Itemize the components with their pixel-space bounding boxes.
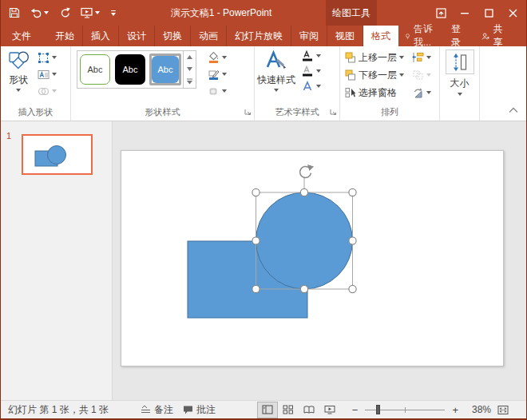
tab-animations[interactable]: 动画	[191, 26, 227, 46]
merge-shapes-button[interactable]	[36, 85, 58, 97]
comments-icon	[183, 405, 193, 414]
text-effects-button[interactable]	[299, 80, 323, 93]
tab-design[interactable]: 设计	[119, 26, 155, 46]
shapes-icon	[8, 50, 30, 72]
shape-style-selected-frame: Abc	[149, 53, 181, 85]
slideshow-dropdown-caret[interactable]	[95, 11, 100, 14]
rotate-caret[interactable]	[426, 91, 431, 94]
slideshow-view-button[interactable]	[319, 402, 340, 418]
gallery-scroll-down-button[interactable]	[184, 63, 196, 75]
size-button[interactable]	[446, 50, 474, 74]
text-outline-button[interactable]	[299, 65, 323, 77]
shape-effects-button[interactable]	[206, 85, 228, 97]
view-switcher	[257, 402, 340, 418]
tab-slide-show[interactable]: 幻灯片放映	[227, 26, 291, 46]
shape-outline-button[interactable]	[206, 68, 228, 81]
group-objects-button	[410, 69, 433, 81]
shape-style-tile-3-selected[interactable]: Abc	[152, 56, 179, 83]
slide-editing-area[interactable]	[113, 121, 526, 400]
group-wordart-styles: 快速样式 艺术字样式	[255, 46, 340, 121]
save-button[interactable]	[7, 3, 22, 22]
notes-label: 备注	[154, 403, 173, 417]
slide-counter: 幻灯片 第 1 张，共 1 张	[1, 403, 109, 417]
slide-canvas[interactable]	[121, 150, 504, 367]
redo-button[interactable]	[57, 3, 72, 22]
tab-file[interactable]: 文件	[1, 26, 42, 46]
scroll-down-icon	[187, 67, 192, 71]
text-fill-button[interactable]	[299, 50, 323, 62]
start-slideshow-icon	[81, 7, 93, 18]
bring-forward-button[interactable]: 上移一层	[345, 51, 404, 64]
size-label: 大小	[450, 77, 470, 90]
customize-qat-button[interactable]	[109, 3, 118, 22]
sign-in-button[interactable]: 登录	[442, 26, 470, 46]
align-caret[interactable]	[426, 56, 431, 59]
text-box-button[interactable]	[36, 68, 58, 81]
tab-format[interactable]: 格式	[363, 26, 398, 46]
text-box-caret[interactable]	[52, 73, 57, 76]
shape-effects-caret[interactable]	[222, 89, 227, 93]
slide-thumbnail-panel[interactable]: 1	[1, 121, 113, 400]
gallery-scroll	[183, 51, 196, 88]
slide-1-thumbnail[interactable]	[22, 134, 93, 175]
shape-style-tile-1[interactable]: Abc	[80, 54, 110, 85]
notes-button[interactable]: 备注	[136, 401, 178, 418]
slide-sorter-view-button[interactable]	[278, 402, 299, 418]
comments-button[interactable]: 批注	[178, 401, 220, 418]
gallery-scroll-up-button[interactable]	[184, 51, 196, 63]
start-slideshow-button[interactable]	[79, 3, 101, 22]
size-caret[interactable]	[458, 93, 462, 96]
collapse-ribbon-button[interactable]	[509, 105, 518, 116]
contextual-tab-group-drawing-tools: 绘图工具	[326, 0, 377, 26]
tab-review[interactable]: 审阅	[291, 26, 327, 46]
fit-slide-to-window-button[interactable]	[497, 405, 509, 415]
tab-home[interactable]: 开始	[47, 26, 83, 46]
tab-view[interactable]: 视图	[327, 26, 363, 46]
shape-styles-dialog-launcher[interactable]	[244, 107, 252, 118]
normal-view-button[interactable]	[257, 402, 278, 418]
tab-transitions[interactable]: 切换	[155, 26, 191, 46]
share-button[interactable]: 共享	[470, 26, 517, 46]
shape-style-tile-2[interactable]: Abc	[115, 54, 145, 85]
oval-shape-selected[interactable]	[256, 192, 353, 289]
collapse-ribbon-icon	[509, 107, 518, 113]
selection-pane-button[interactable]: 选择窗格	[345, 86, 404, 99]
zoom-percentage[interactable]: 38%	[464, 404, 491, 415]
text-effects-caret[interactable]	[316, 85, 321, 88]
shape-styles-gallery: Abc Abc Abc	[77, 50, 196, 89]
wordart-styles-dialog-launcher[interactable]	[330, 107, 337, 118]
reading-view-button[interactable]	[299, 402, 319, 418]
zoom-out-button[interactable]: −	[350, 404, 361, 416]
shape-outline-caret[interactable]	[222, 73, 227, 76]
reading-view-icon	[303, 405, 315, 414]
send-backward-button[interactable]: 下移一层	[345, 69, 404, 81]
shape-fill-button[interactable]	[206, 51, 228, 64]
dialog-launcher-icon	[330, 109, 337, 116]
zoom-slider-thumb[interactable]	[376, 405, 380, 414]
zoom-slider[interactable]	[365, 404, 445, 415]
rotate-button[interactable]	[410, 86, 433, 99]
shape-styles-group-label: 形状样式	[71, 106, 254, 118]
dialog-launcher-icon	[244, 109, 252, 116]
tell-me-box[interactable]: 告诉我...	[398, 26, 442, 46]
zoom-in-button[interactable]: +	[450, 404, 461, 416]
text-fill-caret[interactable]	[316, 54, 321, 57]
edit-shape-caret[interactable]	[52, 56, 57, 59]
text-outline-icon	[301, 65, 314, 77]
title-bar: 演示文稿1 - PowerPoint 绘图工具	[1, 0, 526, 26]
text-outline-caret[interactable]	[316, 69, 321, 73]
slideshow-view-icon	[324, 405, 335, 414]
shapes-dropdown-caret[interactable]	[16, 89, 21, 92]
edit-shape-button[interactable]	[36, 51, 58, 64]
scroll-up-icon	[187, 55, 192, 59]
shape-fill-caret[interactable]	[222, 56, 227, 59]
arrange-group-label: 排列	[340, 106, 439, 118]
ribbon-display-options-icon	[436, 8, 446, 18]
gallery-more-button[interactable]	[184, 76, 196, 88]
tab-insert[interactable]: 插入	[83, 26, 119, 46]
slide-number: 1	[6, 131, 11, 141]
undo-button[interactable]	[29, 3, 50, 22]
align-button[interactable]	[410, 51, 433, 64]
undo-dropdown-caret[interactable]	[44, 11, 49, 14]
quick-styles-caret[interactable]	[274, 89, 279, 92]
